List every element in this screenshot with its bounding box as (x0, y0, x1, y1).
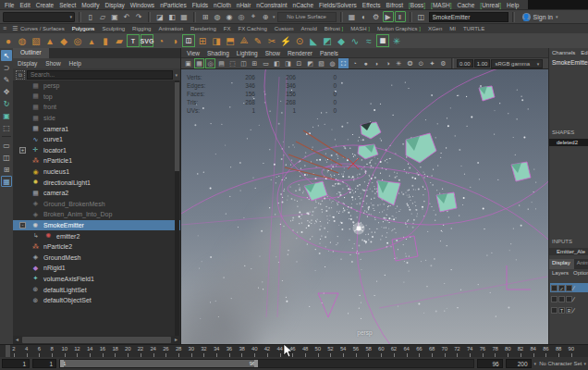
layer-toggle-box[interactable] (551, 285, 557, 291)
layout-single-pane-icon[interactable]: ▭ (1, 140, 12, 151)
menu-file[interactable]: File (5, 2, 14, 8)
layer-toggle-box[interactable] (566, 285, 572, 291)
menu-fluids[interactable]: Fluids (192, 2, 208, 8)
menu-cache[interactable]: Cache (458, 2, 475, 8)
layout-outliner-persp-icon[interactable]: ▦ (1, 176, 12, 187)
depth-peel-icon[interactable]: ⊙ (416, 58, 426, 68)
menu-modify[interactable]: Modify (81, 2, 99, 8)
shelf-tab-rigging[interactable]: Rigging (132, 26, 151, 31)
outliner-item-defaultobjectset[interactable]: ⊛defaultObjectSet (13, 295, 180, 306)
viewport-canvas[interactable]: Verts:2062060Edges:3463460Faces:1561560T… (181, 69, 548, 344)
divider[interactable] (79, 12, 81, 22)
mash-distribute-icon[interactable]: ◩ (321, 34, 334, 47)
outliner-tab[interactable]: Outliner (13, 48, 49, 58)
layer-row[interactable]: ∕ (550, 294, 588, 303)
chevron-down-icon[interactable]: ▾ (175, 72, 178, 78)
pencil-icon[interactable]: ✎ (251, 34, 264, 47)
wireframe-icon[interactable]: ◍ (327, 58, 337, 68)
outliner-item-camera1[interactable]: ▦camera1 (13, 123, 180, 134)
outliner-item-nrigid1[interactable]: ◆nRigid1 (13, 263, 180, 274)
menu-ncache[interactable]: nCache (293, 2, 313, 8)
animation-start-field[interactable]: 1 (2, 359, 30, 368)
outliner-item-emitter2[interactable]: ↳✺emitter2 (13, 230, 180, 241)
outliner-item-nparticle1[interactable]: ⁂nParticle1 (13, 155, 180, 166)
input-node-item[interactable]: Emitter_Ale (549, 248, 588, 255)
menu-ncloth[interactable]: nCloth (214, 2, 231, 8)
range-end-handle[interactable] (254, 360, 258, 367)
snap-plane-icon[interactable]: ◎ (236, 11, 247, 22)
menu-windows[interactable]: Windows (130, 2, 154, 8)
shelf-tab-fxcaching[interactable]: FX Caching (238, 26, 266, 31)
select-camera-icon[interactable]: ▣ (183, 58, 193, 68)
outliner-vertical-scrollbar[interactable] (175, 80, 179, 336)
divider[interactable] (340, 12, 343, 22)
render-icon[interactable]: ▦ (347, 11, 358, 22)
time-slider[interactable]: 2468101214161820222426283032343638404244… (0, 344, 588, 357)
viewport-menu-show[interactable]: Show (265, 50, 280, 56)
layer-toggle-box[interactable]: ✓ (558, 285, 565, 291)
field-chart-icon[interactable]: ⊡ (294, 58, 304, 68)
mash-grid-icon[interactable]: ▦ (376, 34, 389, 47)
bevel-icon[interactable]: ⟁ (238, 34, 251, 47)
target-weld-icon[interactable]: ⊙ (293, 34, 306, 47)
colorspace-dropdown[interactable]: sRGB gamma▾ (491, 59, 543, 68)
outliner-item-curve1[interactable]: ∿curve1 (13, 134, 180, 145)
menu-create[interactable]: Create (36, 2, 55, 8)
playback-options-icon[interactable]: ▾ (534, 361, 537, 366)
svg-tool-icon[interactable]: SVG (141, 34, 153, 47)
select-object-icon[interactable]: ◧ (166, 11, 178, 22)
menu-boss[interactable]: [Boss] (409, 2, 425, 8)
poly-plane-icon[interactable]: ▰ (113, 34, 126, 47)
safe-title-icon[interactable]: ▧ (316, 58, 326, 68)
viewport-menu-shading[interactable]: Shading (207, 50, 229, 56)
interactive-playback-icon[interactable]: ▶ (383, 11, 394, 22)
make-live-icon[interactable]: ⊕ (260, 11, 271, 22)
animation-end-field[interactable]: 200 (506, 359, 532, 368)
layer-tab-display[interactable]: Display (549, 259, 574, 269)
lock-camera-icon[interactable]: ▦ (194, 58, 204, 68)
filter-grid-icon[interactable]: ⧉ (16, 70, 25, 80)
channel-box-menu-channels[interactable]: Channels (552, 50, 575, 56)
expander-icon[interactable]: + (19, 147, 26, 154)
quick-select-input[interactable] (429, 12, 508, 22)
exposure-field[interactable]: 0.00 (457, 59, 473, 68)
shelf-tab-curvessurfaces[interactable]: Curves / Surfaces (20, 26, 65, 31)
layer-toggle-box[interactable] (558, 296, 565, 302)
poly-cube-icon[interactable]: ▧ (30, 34, 43, 47)
pane-toggle-icon[interactable]: ◫ (416, 11, 427, 22)
layout-split-icon[interactable]: ⊞ (1, 164, 12, 175)
channel-box-menu-edit[interactable]: Edit (581, 50, 588, 56)
outliner-item-locator1[interactable]: +✛locator1 (13, 145, 180, 156)
shelf-tab-xgen[interactable]: XGen (428, 26, 442, 31)
outliner-menu-help[interactable]: Help (69, 60, 81, 67)
layer-toggle-box[interactable]: T (558, 307, 565, 314)
playback-end-field[interactable]: 96 (477, 359, 503, 368)
redo-icon[interactable]: ↷ (133, 11, 144, 22)
scale-tool-icon[interactable]: ▣ (1, 110, 12, 121)
menu-nhair[interactable]: nHair (237, 2, 251, 8)
menu-edit[interactable]: Edit (19, 2, 30, 8)
playback-range-bar[interactable]: 1 96 (60, 360, 258, 367)
motion-blur-icon[interactable]: ✳ (394, 58, 404, 68)
xray-icon[interactable]: ✦ (427, 58, 437, 68)
expander-icon[interactable]: - (19, 222, 26, 228)
divider[interactable] (193, 12, 196, 22)
poly-cone-icon[interactable]: ▲ (43, 34, 56, 47)
outliner-item-ground_brokenmesh[interactable]: ◈Ground_BrokenMesh (13, 199, 180, 210)
camera-attributes-icon[interactable]: ◎ (205, 58, 215, 68)
safe-action-icon[interactable]: ◩ (305, 58, 315, 68)
booleans-icon[interactable]: ◫ (182, 34, 195, 47)
save-scene-icon[interactable]: ▣ (109, 11, 120, 22)
outliner-item-side[interactable]: ▦side (13, 113, 180, 124)
rotate-tool-icon[interactable]: ↻ (1, 98, 12, 109)
bookmarks-icon[interactable]: ▤ (216, 58, 227, 68)
mash-dynamics-icon[interactable]: ◆ (335, 34, 348, 47)
shape-node-item[interactable]: deleted2 (549, 139, 588, 146)
shelf-tab-mi[interactable]: MI (449, 26, 456, 31)
snap-surface-icon[interactable]: ⌖ (248, 11, 259, 22)
separate-icon[interactable]: ◨ (210, 34, 223, 47)
isolate-icon[interactable]: ⚙ (438, 58, 448, 68)
viewport-menu-lighting[interactable]: Lighting (237, 50, 258, 56)
divider[interactable] (512, 12, 515, 22)
range-start-handle[interactable] (60, 360, 64, 367)
